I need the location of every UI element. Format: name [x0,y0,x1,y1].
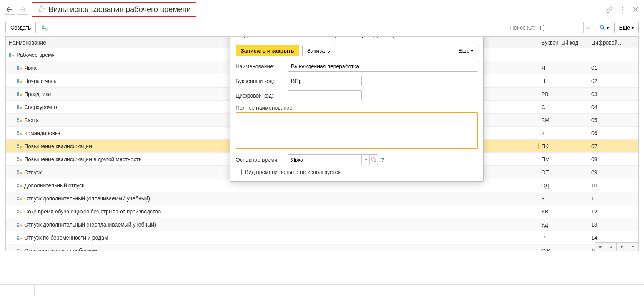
cell-letter: ОД [538,182,588,189]
svg-point-0 [622,7,623,8]
col-num[interactable]: Цифровой… ↓ [588,37,638,48]
input-num[interactable] [288,90,362,101]
svg-rect-52 [17,249,19,250]
create-copy-button[interactable] [38,22,51,33]
table-row[interactable]: Отпуск дополнительный (неоплачиваемый уч… [6,218,638,231]
item-icon [17,92,22,96]
cell-num: 02 [588,78,638,84]
more-button[interactable]: Еще▾ [614,22,639,33]
dialog-maximize-icon[interactable] [457,36,466,39]
cell-name-text: Повышение квалификации [24,143,92,149]
search-field[interactable]: × [506,22,594,33]
item-icon [17,249,22,252]
svg-rect-16 [17,92,19,94]
cell-num: 04 [588,104,638,110]
close-icon[interactable] [631,5,640,14]
svg-point-21 [20,107,22,109]
cell-num: 12 [588,208,638,215]
svg-rect-32 [17,160,19,161]
cell-num: 03 [588,91,638,97]
dialog-close-icon[interactable] [469,36,478,39]
sort-icon: ↓ [633,40,635,45]
cell-num: 13 [588,222,638,228]
table-row[interactable]: Отпуск дополнительный (оплачиваемый учеб… [6,192,638,205]
create-button[interactable]: Создать [5,22,36,33]
cell-letter: УД [538,222,588,228]
cell-name-text: Командировка [24,130,60,136]
checkbox-unused[interactable] [236,169,242,175]
cell-name-text: Ночные часы [24,78,58,84]
svg-rect-26 [17,134,19,135]
svg-point-45 [20,211,22,213]
cell-name-text: Отпуск по беременности и родам [24,235,108,241]
item-icon [17,131,22,135]
svg-rect-38 [17,186,19,187]
svg-point-33 [20,159,22,161]
dialog-more-button[interactable]: Еще▾ [454,45,478,56]
forward-button[interactable] [17,5,28,15]
svg-rect-29 [17,147,19,148]
input-full[interactable] [236,112,478,149]
cell-name-text: Отпуск дополнительный (оплачиваемый учеб… [24,195,150,202]
cell-name-text: Отпуск [24,169,42,175]
select-dropdown-icon[interactable]: ▾ [361,155,369,165]
cell-letter: Я [538,65,588,71]
table-row[interactable]: Отпуск по уходу за ребенкомОЖ15 [6,244,638,251]
select-base[interactable]: ▾ [288,154,378,165]
svg-rect-22 [17,118,19,120]
cell-name-text: Рабочее время [17,52,55,58]
svg-rect-13 [17,79,19,81]
nav-last-button[interactable] [627,243,638,251]
back-button[interactable] [4,5,15,15]
cell-num: 11 [588,195,638,202]
select-open-icon[interactable] [369,155,378,165]
item-icon [17,105,22,109]
col-letter[interactable]: Буквенный код [538,37,588,48]
search-input[interactable] [506,22,583,33]
nav-down-button[interactable]: ▼ [617,243,627,251]
save-button[interactable]: Записать [302,45,335,56]
svg-rect-47 [17,225,19,227]
cell-letter: К [538,130,588,136]
select-base-input[interactable] [288,155,361,165]
cell-letter: Н [538,78,588,84]
item-icon [17,223,22,227]
svg-rect-14 [17,81,19,83]
table-row[interactable]: Отпуск по беременности и родамР14 [6,231,638,244]
table-row[interactable]: Сокр.время обучающихся без отрыва от про… [6,205,638,218]
cell-name-text: Явка [24,65,37,71]
cell-letter: У [538,195,588,202]
svg-rect-41 [17,199,19,200]
item-icon [9,53,14,57]
cell-num: 07 [588,143,638,149]
search-button[interactable]: ▾ [597,22,612,33]
svg-point-42 [20,198,22,200]
cell-letter: ОТ [538,169,588,175]
cell-letter: ПК [538,143,588,149]
dialog-title: Вид использования рабочего времени (созд… [236,36,443,38]
svg-point-27 [20,133,22,135]
input-letter[interactable] [288,76,362,86]
cell-num: 08 [588,156,638,162]
search-clear-button[interactable]: × [583,22,594,33]
kebab-icon[interactable] [618,5,627,14]
svg-rect-17 [17,94,19,96]
svg-point-15 [20,81,22,83]
label-full: Полное наименование: [236,105,294,111]
link-icon[interactable] [605,5,614,14]
svg-point-12 [20,68,22,69]
dialog-kebab-icon[interactable] [446,36,455,39]
help-icon[interactable]: ? [381,157,384,163]
cell-name-text: Отпуск дополнительный (неоплачиваемый уч… [24,222,156,228]
nav-up-button[interactable]: ▲ [606,243,617,251]
item-icon [17,118,22,122]
star-icon[interactable] [37,5,45,14]
nav-first-button[interactable] [595,243,606,251]
save-close-button[interactable]: Записать и закрыть [236,45,299,56]
label-base: Основное время: [236,157,288,163]
cell-num: 01 [588,65,638,71]
cell-letter: Р [538,235,588,241]
input-name[interactable] [288,61,478,72]
item-icon [17,236,22,240]
svg-rect-46 [17,223,19,224]
